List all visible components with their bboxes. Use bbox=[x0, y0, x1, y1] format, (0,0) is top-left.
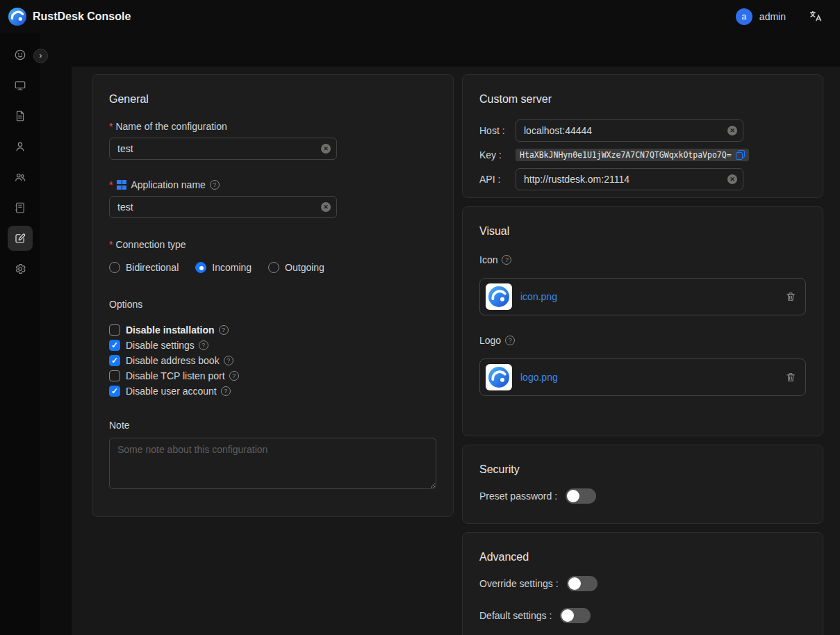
sidebar-item-documents[interactable] bbox=[0, 101, 40, 131]
icon-label-text: Icon bbox=[479, 253, 497, 267]
icon-thumbnail bbox=[486, 283, 512, 310]
sidebar-item-user[interactable] bbox=[0, 131, 40, 162]
options-label: Options bbox=[109, 297, 436, 311]
address-book-icon bbox=[8, 195, 33, 220]
radio-circle bbox=[268, 262, 279, 273]
help-icon[interactable] bbox=[219, 325, 229, 335]
app-title: RustDesk Console bbox=[33, 10, 131, 23]
api-label: API : bbox=[479, 174, 516, 185]
icon-file-link[interactable]: icon.png bbox=[520, 291, 557, 302]
override-settings-row: Override settings : bbox=[479, 576, 806, 591]
api-row: API : bbox=[479, 168, 806, 190]
checkbox-disable-installation[interactable]: Disable installation bbox=[109, 322, 436, 338]
checkbox-box-checked bbox=[109, 355, 120, 366]
connection-type-group: Bidirectional Incoming Outgoing bbox=[109, 260, 436, 275]
host-row: Host : bbox=[479, 119, 806, 142]
radio-label: Bidirectional bbox=[126, 262, 179, 273]
checkbox-disable-tcp-listen-port[interactable]: Disable TCP listen port bbox=[109, 368, 436, 384]
help-icon[interactable] bbox=[221, 386, 231, 396]
radio-outgoing[interactable]: Outgoing bbox=[268, 262, 324, 273]
config-name-label: * Name of the configuration bbox=[109, 119, 436, 133]
override-settings-toggle[interactable] bbox=[567, 576, 598, 591]
config-name-label-text: Name of the configuration bbox=[115, 119, 227, 133]
default-settings-row: Default settings : bbox=[479, 608, 806, 623]
sidebar-item-settings[interactable] bbox=[0, 254, 40, 284]
clear-icon[interactable] bbox=[727, 174, 737, 184]
checkbox-label: Disable address book bbox=[126, 355, 220, 366]
custom-clients-icon bbox=[8, 226, 33, 251]
config-name-input[interactable] bbox=[109, 138, 337, 160]
preset-password-row: Preset password : bbox=[479, 488, 806, 504]
help-icon[interactable] bbox=[210, 180, 220, 190]
note-label: Note bbox=[109, 418, 436, 432]
logo-upload-item: logo.png bbox=[479, 358, 806, 396]
advanced-title: Advanced bbox=[479, 550, 806, 565]
icon-upload-item: icon.png bbox=[479, 278, 806, 315]
users-icon bbox=[8, 165, 33, 190]
user-name[interactable]: admin bbox=[759, 11, 786, 22]
header-right: a admin bbox=[736, 8, 823, 25]
radio-bidirectional[interactable]: Bidirectional bbox=[109, 262, 179, 273]
sidebar-nav bbox=[0, 33, 40, 635]
radio-incoming[interactable]: Incoming bbox=[195, 262, 252, 273]
host-input[interactable] bbox=[516, 119, 743, 142]
sidebar-item-devices[interactable] bbox=[0, 70, 40, 101]
clear-icon[interactable] bbox=[321, 144, 331, 154]
default-settings-toggle[interactable] bbox=[560, 608, 591, 623]
checkbox-box bbox=[109, 324, 120, 336]
checkbox-label: Disable TCP listen port bbox=[126, 370, 225, 381]
delete-icon[interactable] bbox=[784, 371, 797, 384]
help-icon[interactable] bbox=[229, 371, 239, 381]
checkbox-disable-address-book[interactable]: Disable address book bbox=[109, 353, 436, 368]
help-icon[interactable] bbox=[502, 255, 511, 265]
note-label-text: Note bbox=[109, 418, 130, 432]
copy-icon[interactable] bbox=[736, 150, 745, 160]
general-card: General * Name of the configuration * Ap… bbox=[92, 74, 454, 517]
default-settings-label: Default settings : bbox=[479, 610, 552, 621]
key-value: HtaXBkJNHyn0e1U1jWXze7A7CN7QTGWqxkOtpaVp… bbox=[520, 150, 732, 160]
general-title: General bbox=[109, 92, 436, 107]
key-row: Key : HtaXBkJNHyn0e1U1jWXze7A7CN7QTGWqxk… bbox=[479, 149, 806, 161]
note-textarea[interactable] bbox=[109, 438, 436, 489]
clear-icon[interactable] bbox=[727, 126, 737, 135]
user-avatar[interactable]: a bbox=[736, 8, 752, 25]
app-name-input[interactable] bbox=[109, 196, 337, 218]
checkbox-label: Disable settings bbox=[126, 340, 195, 351]
custom-server-card: Custom server Host : Key : HtaXBkJNHyn0e… bbox=[462, 74, 823, 198]
radio-circle-checked bbox=[195, 262, 206, 273]
security-title: Security bbox=[479, 462, 806, 477]
connection-type-label-text: Connection type bbox=[115, 238, 186, 251]
checkbox-disable-settings[interactable]: Disable settings bbox=[109, 338, 436, 353]
sidebar-item-groups[interactable] bbox=[0, 162, 40, 192]
logo-thumbnail bbox=[486, 364, 512, 390]
logo-file-link[interactable]: logo.png bbox=[520, 372, 558, 383]
rustdesk-console-page: RustDesk Console a admin bbox=[0, 0, 840, 635]
app-name-label-text: Application name bbox=[131, 178, 205, 192]
sidebar-expand-button[interactable]: › bbox=[33, 49, 48, 63]
delete-icon[interactable] bbox=[784, 290, 797, 303]
checkbox-box-checked bbox=[109, 340, 120, 351]
icon-label: Icon bbox=[479, 253, 806, 267]
custom-server-title: Custom server bbox=[479, 92, 806, 107]
sidebar-item-custom-clients[interactable] bbox=[0, 223, 40, 254]
checkbox-label: Disable installation bbox=[126, 324, 215, 336]
help-icon[interactable] bbox=[224, 356, 233, 365]
visual-card: Visual Icon icon.png Logo bbox=[462, 206, 823, 436]
api-input[interactable] bbox=[516, 168, 743, 190]
key-label: Key : bbox=[479, 149, 516, 160]
advanced-card: Advanced Override settings : Default set… bbox=[462, 532, 823, 635]
app-name-label: * Application name bbox=[109, 178, 436, 192]
help-icon[interactable] bbox=[505, 336, 515, 345]
translate-icon[interactable] bbox=[808, 9, 823, 24]
user-icon bbox=[8, 134, 33, 159]
override-settings-label: Override settings : bbox=[479, 578, 559, 589]
checkbox-disable-user-account[interactable]: Disable user account bbox=[109, 384, 436, 399]
logo-label: Logo bbox=[479, 333, 806, 347]
help-icon[interactable] bbox=[199, 340, 208, 350]
logo-label-text: Logo bbox=[479, 333, 501, 347]
rustdesk-logo-icon bbox=[8, 8, 26, 26]
clear-icon[interactable] bbox=[321, 202, 331, 212]
devices-icon bbox=[8, 73, 33, 98]
preset-password-toggle[interactable] bbox=[566, 488, 596, 504]
sidebar-item-address-book[interactable] bbox=[0, 192, 40, 223]
